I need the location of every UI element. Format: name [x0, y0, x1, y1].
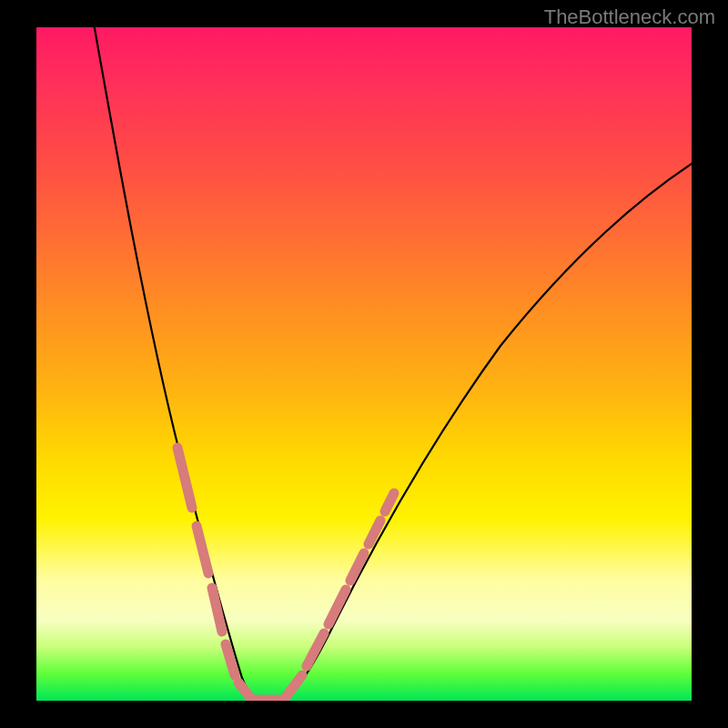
- highlight-seg-l1: [177, 448, 192, 508]
- highlight-seg-r6: [385, 493, 394, 511]
- highlight-seg-l2: [197, 526, 208, 573]
- highlight-seg-r1: [286, 675, 302, 697]
- watermark-text: TheBottleneck.com: [544, 5, 715, 29]
- highlight-seg-l5: [238, 682, 251, 699]
- highlight-seg-r4: [350, 553, 364, 581]
- bottleneck-curve: [36, 27, 692, 701]
- plot-gradient-background: [36, 27, 692, 701]
- curve-right-branch: [275, 164, 692, 701]
- plot-area-border: [36, 27, 692, 701]
- chart-frame: TheBottleneck.com: [0, 0, 728, 728]
- highlight-seg-l3: [212, 588, 222, 632]
- curve-left-branch: [93, 27, 264, 701]
